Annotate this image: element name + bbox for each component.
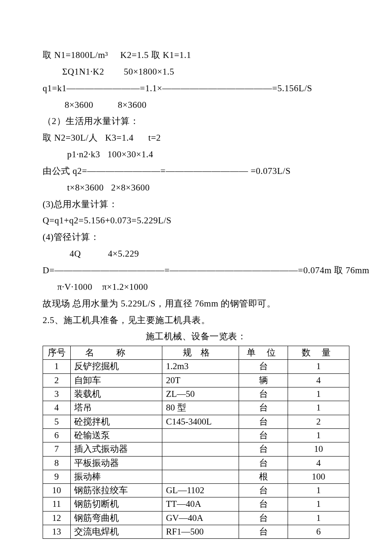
header-spec: 规格 [162,346,239,360]
cell-unit: 台 [239,525,288,539]
section-heading: （2）生活用水量计算： [43,113,349,130]
equipment-table: 序号 名称 规格 单 位 数 量 1反铲挖掘机1.2m3台12自卸车20T辆43… [43,346,349,539]
cell-index: 13 [43,525,71,539]
cell-index: 8 [43,456,71,470]
cell-name: 平板振动器 [70,456,162,470]
cell-qty: 2 [288,415,349,428]
cell-name: 砼搅拌机 [70,415,162,428]
table-row: 9振动棒根100 [43,470,349,483]
cell-spec [162,470,239,483]
formula-line: D=————————————=——————————————=0.074m 取 7… [43,262,349,279]
cell-name: 插入式振动器 [70,442,162,456]
formula-denominator: π·V·1000 π×1.2×1000 [43,279,349,295]
formula-denominator: 8×3600 8×3600 [43,97,349,113]
formula-line: Q=q1+q2=5.156+0.073=5.229L/S [43,212,349,229]
formula-numerator: ΣQ1N1·K2 50×1800×1.5 [43,64,349,80]
cell-unit: 台 [239,415,288,428]
cell-unit: 台 [239,401,288,415]
formula-numerator: p1·n2·k3 100×30×1.4 [43,146,349,163]
cell-qty: 1 [288,360,349,373]
cell-name: 交流电焊机 [70,525,162,539]
cell-name: 装载机 [70,387,162,401]
text-line: 故现场 总用水量为 5.229L/S，用直径 76mm 的钢管即可。 [43,295,349,312]
table-row: 3装载机ZL—50台1 [43,387,349,401]
cell-qty: 1 [288,511,349,525]
cell-unit: 台 [239,511,288,525]
cell-spec: RF1—500 [162,525,239,539]
cell-name: 振动棒 [70,470,162,483]
cell-unit: 台 [239,428,288,442]
table-row: 6砼输送泵台1 [43,428,349,442]
cell-unit: 辆 [239,373,288,387]
cell-index: 5 [43,415,71,428]
section-heading: (4)管径计算： [43,229,349,246]
cell-qty: 10 [288,442,349,456]
cell-name: 钢筋切断机 [70,497,162,511]
cell-qty: 4 [288,456,349,470]
cell-index: 12 [43,511,71,525]
cell-qty: 100 [288,470,349,483]
cell-name: 塔吊 [70,401,162,415]
header-name: 名称 [70,346,162,360]
cell-unit: 台 [239,360,288,373]
table-title: 施工机械、设备一览表： [43,328,349,345]
formula-line: 由公式 q2=————————=————————— =0.073L/S [43,163,349,179]
cell-qty: 1 [288,497,349,511]
header-unit: 单 位 [239,346,288,360]
cell-spec: 20T [162,373,239,387]
table-row: 1反铲挖掘机1.2m3台1 [43,360,349,373]
text-line: 取 N2=30L/人 K3=1.4 t=2 [43,130,349,146]
cell-spec [162,428,239,442]
formula-denominator: t×8×3600 2×8×3600 [43,179,349,196]
cell-qty: 1 [288,428,349,442]
cell-index: 1 [43,360,71,373]
formula-line: q1=k1————————=1.1×————————————=5.156L/S [43,80,349,97]
text-line: 2.5、施工机具准备，见主要施工机具表。 [43,312,349,329]
cell-spec: GL—1102 [162,484,239,497]
cell-index: 10 [43,484,71,497]
table-row: 12钢筋弯曲机GV—40A台1 [43,511,349,525]
cell-name: 钢筋张拉绞车 [70,484,162,497]
cell-index: 4 [43,401,71,415]
cell-spec: 80 型 [162,401,239,415]
cell-qty: 6 [288,525,349,539]
table-row: 7插入式振动器台10 [43,442,349,456]
table-row: 8平板振动器台4 [43,456,349,470]
cell-unit: 台 [239,387,288,401]
cell-qty: 1 [288,484,349,497]
cell-unit: 台 [239,484,288,497]
cell-name: 反铲挖掘机 [70,360,162,373]
cell-unit: 台 [239,442,288,456]
header-qty: 数 量 [288,346,349,360]
cell-qty: 1 [288,387,349,401]
cell-unit: 台 [239,497,288,511]
table-row: 5砼搅拌机C145-3400L台2 [43,415,349,428]
text-line: 取 N1=1800L/m³ K2=1.5 取 K1=1.1 [43,47,349,64]
cell-name: 钢筋弯曲机 [70,511,162,525]
header-index: 序号 [43,346,71,360]
cell-index: 6 [43,428,71,442]
cell-spec [162,456,239,470]
cell-name: 自卸车 [70,373,162,387]
cell-index: 9 [43,470,71,483]
document-page: 取 N1=1800L/m³ K2=1.5 取 K1=1.1 ΣQ1N1·K2 5… [0,0,392,555]
cell-name: 砼输送泵 [70,428,162,442]
cell-spec [162,442,239,456]
cell-index: 11 [43,497,71,511]
cell-index: 3 [43,387,71,401]
table-row: 13交流电焊机RF1—500台6 [43,525,349,539]
cell-qty: 4 [288,373,349,387]
cell-spec: TT—40A [162,497,239,511]
table-row: 4塔吊80 型台1 [43,401,349,415]
formula-numerator: 4Q 4×5.229 [43,246,349,262]
cell-unit: 台 [239,456,288,470]
section-heading: (3)总用水量计算： [43,196,349,213]
cell-unit: 根 [239,470,288,483]
table-row: 11钢筋切断机TT—40A台1 [43,497,349,511]
table-header-row: 序号 名称 规格 单 位 数 量 [43,346,349,360]
cell-spec: 1.2m3 [162,360,239,373]
cell-index: 2 [43,373,71,387]
cell-spec: ZL—50 [162,387,239,401]
cell-qty: 1 [288,401,349,415]
cell-index: 7 [43,442,71,456]
